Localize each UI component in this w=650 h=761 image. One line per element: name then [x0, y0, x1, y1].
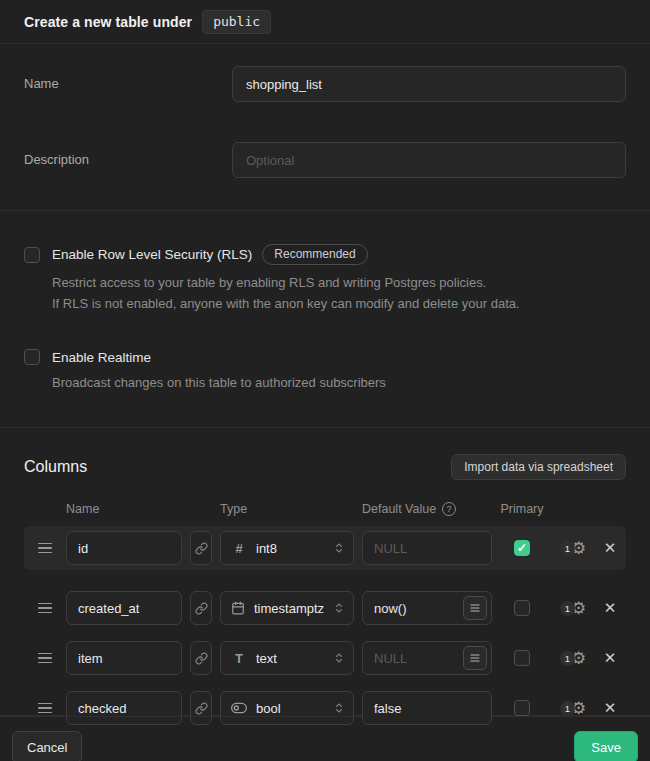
- table-description-input[interactable]: [232, 142, 626, 178]
- cancel-button[interactable]: Cancel: [12, 731, 82, 761]
- rls-block: Enable Row Level Security (RLS) Recommen…: [24, 244, 626, 314]
- column-settings-button[interactable]: 1 ⚙: [552, 700, 594, 717]
- drag-handle[interactable]: [38, 543, 52, 554]
- columns-table-headers: Name Type Default Value ? Primary: [24, 502, 626, 516]
- column-settings-button[interactable]: 1 ⚙: [552, 540, 594, 557]
- chevron-up-down-icon: [333, 602, 345, 614]
- remove-column-button[interactable]: ✕: [602, 539, 618, 557]
- header-primary: Primary: [500, 502, 544, 516]
- columns-title: Columns: [24, 458, 87, 476]
- realtime-row: Enable Realtime: [24, 349, 626, 365]
- column-type-select[interactable]: # T text: [220, 641, 354, 675]
- create-table-dialog: Create a new table under public Name Des…: [0, 0, 650, 761]
- primary-cell: [500, 700, 544, 716]
- options-section: Enable Row Level Security (RLS) Recommen…: [0, 211, 650, 428]
- primary-cell: [500, 540, 544, 556]
- list-icon: [469, 652, 481, 664]
- header-default-value: Default Value ?: [362, 502, 492, 516]
- type-icon: # T: [231, 700, 247, 716]
- column-name-input[interactable]: [66, 591, 182, 625]
- foreign-key-button[interactable]: [190, 641, 212, 675]
- realtime-block: Enable Realtime Broadcast changes on thi…: [24, 349, 626, 393]
- description-row: Description: [24, 142, 626, 178]
- type-icon: # T: [231, 651, 247, 666]
- close-icon: ✕: [604, 649, 617, 667]
- schema-badge: public: [202, 10, 271, 34]
- link-icon: [195, 602, 208, 615]
- remove-column-button[interactable]: ✕: [602, 649, 618, 667]
- foreign-key-button[interactable]: [190, 591, 212, 625]
- default-value-picker-button[interactable]: [463, 596, 487, 620]
- close-icon: ✕: [604, 599, 617, 617]
- header-type: Type: [220, 502, 354, 516]
- dialog-title: Create a new table under: [24, 14, 192, 30]
- header-name: Name: [66, 502, 182, 516]
- type-icon: # T: [231, 601, 245, 615]
- drag-handle[interactable]: [38, 603, 52, 614]
- recommended-badge: Recommended: [262, 244, 367, 265]
- rls-checkbox[interactable]: [24, 247, 40, 263]
- chevron-up-down-icon: [333, 702, 345, 714]
- column-row: # T int8: [24, 526, 626, 570]
- column-type-select[interactable]: # T timestamptz: [220, 591, 354, 625]
- default-value-cell: [362, 691, 492, 725]
- primary-checkbox[interactable]: [514, 600, 530, 616]
- help-icon[interactable]: ?: [442, 502, 456, 516]
- table-info-section: Name Description: [0, 44, 650, 211]
- type-icon: # T: [231, 541, 247, 556]
- list-icon: [469, 602, 481, 614]
- column-name-input[interactable]: [66, 531, 182, 565]
- column-row: # T timestamptz: [24, 586, 626, 630]
- close-icon: ✕: [604, 539, 617, 557]
- default-value-cell: [362, 531, 492, 565]
- settings-count-badge: 1: [560, 541, 575, 556]
- chevron-up-down-icon: [333, 542, 345, 554]
- settings-count-badge: 1: [560, 651, 575, 666]
- column-type-select[interactable]: # T int8: [220, 531, 354, 565]
- link-icon: [195, 702, 208, 715]
- foreign-key-button[interactable]: [190, 531, 212, 565]
- dialog-header: Create a new table under public: [0, 0, 650, 44]
- description-label: Description: [24, 142, 232, 178]
- default-value-cell: [362, 641, 492, 675]
- default-value-input[interactable]: [362, 531, 492, 565]
- realtime-label: Enable Realtime: [52, 350, 151, 365]
- dialog-footer: Cancel Save: [0, 716, 650, 761]
- name-label: Name: [24, 66, 232, 102]
- type-name: timestamptz: [254, 601, 324, 616]
- column-settings-button[interactable]: 1 ⚙: [552, 650, 594, 667]
- remove-column-button[interactable]: ✕: [602, 699, 618, 717]
- rls-description: Restrict access to your table by enablin…: [52, 272, 626, 314]
- realtime-description: Broadcast changes on this table to autho…: [52, 372, 626, 393]
- columns-section: Columns Import data via spreadsheet Name…: [0, 428, 650, 716]
- rls-description-line1: Restrict access to your table by enablin…: [52, 272, 626, 293]
- table-name-input[interactable]: [232, 66, 626, 102]
- primary-cell: [500, 600, 544, 616]
- close-icon: ✕: [604, 699, 617, 717]
- drag-handle[interactable]: [38, 653, 52, 664]
- column-row: # T text: [24, 636, 626, 680]
- column-name-input[interactable]: [66, 641, 182, 675]
- remove-column-button[interactable]: ✕: [602, 599, 618, 617]
- primary-checkbox[interactable]: [514, 650, 530, 666]
- rls-row: Enable Row Level Security (RLS) Recommen…: [24, 244, 626, 265]
- save-button[interactable]: Save: [574, 731, 638, 761]
- type-name: int8: [256, 541, 324, 556]
- type-name: text: [256, 651, 324, 666]
- primary-checkbox[interactable]: [514, 700, 530, 716]
- default-value-cell: [362, 591, 492, 625]
- primary-checkbox[interactable]: [514, 540, 530, 556]
- drag-handle[interactable]: [38, 703, 52, 714]
- rls-label: Enable Row Level Security (RLS): [52, 247, 252, 262]
- import-spreadsheet-button[interactable]: Import data via spreadsheet: [451, 454, 626, 480]
- column-settings-button[interactable]: 1 ⚙: [552, 600, 594, 617]
- default-value-picker-button[interactable]: [463, 646, 487, 670]
- primary-cell: [500, 650, 544, 666]
- type-name: bool: [256, 701, 324, 716]
- realtime-checkbox[interactable]: [24, 349, 40, 365]
- name-row: Name: [24, 66, 626, 102]
- rls-description-line2: If RLS is not enabled, anyone with the a…: [52, 293, 626, 314]
- default-value-input[interactable]: [362, 691, 492, 725]
- columns-header: Columns Import data via spreadsheet: [24, 454, 626, 480]
- link-icon: [195, 652, 208, 665]
